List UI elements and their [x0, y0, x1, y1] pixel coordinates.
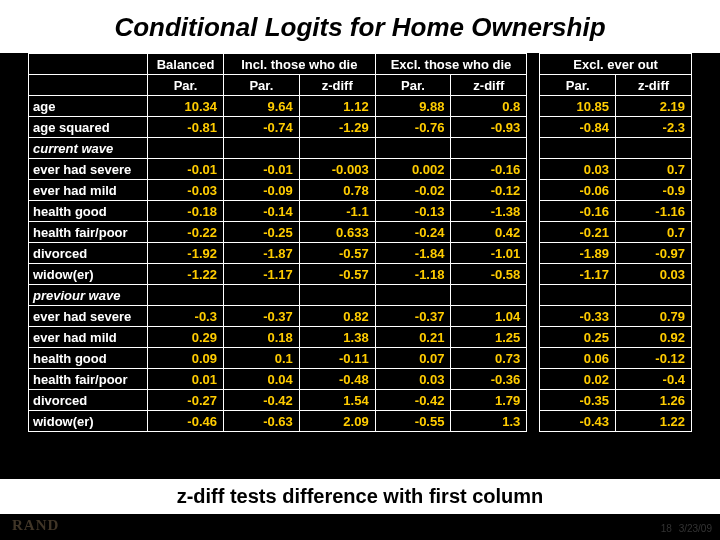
cell-value: -0.46	[148, 411, 224, 432]
cell-value: 1.22	[616, 411, 692, 432]
cell-value: 2.09	[299, 411, 375, 432]
slide-title: Conditional Logits for Home Ownership	[0, 0, 720, 53]
cell-value	[375, 285, 451, 306]
cell-value: 2.19	[616, 96, 692, 117]
brand-logo: RAND	[12, 517, 59, 534]
cell-value: -1.22	[148, 264, 224, 285]
footer-meta: 18 3/23/09	[657, 523, 712, 534]
cell-value: -0.48	[299, 369, 375, 390]
cell-value: -0.42	[375, 390, 451, 411]
cell-value: -0.35	[540, 390, 616, 411]
cell-spacer	[527, 222, 540, 243]
cell-value: 10.85	[540, 96, 616, 117]
cell-value: -0.09	[223, 180, 299, 201]
cell-value: -1.16	[616, 201, 692, 222]
table-row: health good-0.18-0.14-1.1-0.13-1.38-0.16…	[29, 201, 692, 222]
cell-value: 0.18	[223, 327, 299, 348]
subhead-zdiff: z-diff	[299, 75, 375, 96]
cell-value	[540, 285, 616, 306]
table-row: age squared-0.81-0.74-1.29-0.76-0.93-0.8…	[29, 117, 692, 138]
cell-value: -0.18	[148, 201, 224, 222]
cell-value: 0.002	[375, 159, 451, 180]
cell-value: -0.22	[148, 222, 224, 243]
table-row: ever had mild-0.03-0.090.78-0.02-0.12-0.…	[29, 180, 692, 201]
cell-value: 0.7	[616, 159, 692, 180]
cell-value: -0.33	[540, 306, 616, 327]
row-label: health good	[29, 201, 148, 222]
cell-spacer	[527, 327, 540, 348]
row-label: current wave	[29, 138, 148, 159]
cell-value	[451, 285, 527, 306]
table-body: age10.349.641.129.880.810.852.19age squa…	[29, 96, 692, 432]
cell-value: -0.74	[223, 117, 299, 138]
cell-value: -0.25	[223, 222, 299, 243]
page-number: 18	[661, 523, 672, 534]
cell-value: 0.8	[451, 96, 527, 117]
row-label: age squared	[29, 117, 148, 138]
cell-value: -1.17	[540, 264, 616, 285]
cell-value: 0.03	[616, 264, 692, 285]
cell-value: 0.07	[375, 348, 451, 369]
cell-value: -0.37	[375, 306, 451, 327]
row-label: ever had mild	[29, 327, 148, 348]
row-label: widow(er)	[29, 264, 148, 285]
cell-value	[616, 138, 692, 159]
cell-value	[299, 285, 375, 306]
cell-value: -0.24	[375, 222, 451, 243]
cell-value	[148, 285, 224, 306]
cell-value: -0.42	[223, 390, 299, 411]
cell-spacer	[527, 306, 540, 327]
subhead-par: Par.	[375, 75, 451, 96]
table-row: divorced-0.27-0.421.54-0.421.79-0.351.26	[29, 390, 692, 411]
col-excl-everout: Excl. ever out	[540, 54, 692, 75]
cell-value: -0.01	[223, 159, 299, 180]
table-row: widow(er)-0.46-0.632.09-0.551.3-0.431.22	[29, 411, 692, 432]
cell-value: -1.84	[375, 243, 451, 264]
col-incl-die: Incl. those who die	[223, 54, 375, 75]
row-label: health fair/poor	[29, 222, 148, 243]
cell-spacer	[527, 264, 540, 285]
cell-spacer	[527, 243, 540, 264]
table-row: divorced-1.92-1.87-0.57-1.84-1.01-1.89-0…	[29, 243, 692, 264]
cell-value: 1.3	[451, 411, 527, 432]
cell-value: -0.55	[375, 411, 451, 432]
cell-spacer	[527, 285, 540, 306]
subhead-spacer	[527, 75, 540, 96]
table-row: previour wave	[29, 285, 692, 306]
row-label: ever had mild	[29, 180, 148, 201]
row-label: health fair/poor	[29, 369, 148, 390]
cell-value: 0.03	[540, 159, 616, 180]
row-label: health good	[29, 348, 148, 369]
table-row: health fair/poor0.010.04-0.480.03-0.360.…	[29, 369, 692, 390]
cell-value: 9.64	[223, 96, 299, 117]
col-blank	[29, 54, 148, 75]
cell-value: 1.54	[299, 390, 375, 411]
cell-value: -0.13	[375, 201, 451, 222]
cell-value: 0.633	[299, 222, 375, 243]
subhead-par: Par.	[148, 75, 224, 96]
table-row: current wave	[29, 138, 692, 159]
cell-value: 0.01	[148, 369, 224, 390]
subhead-zdiff: z-diff	[616, 75, 692, 96]
cell-value: 0.92	[616, 327, 692, 348]
caption: z-diff tests difference with first colum…	[0, 479, 720, 514]
logit-table: Balanced Incl. those who die Excl. those…	[28, 53, 692, 432]
cell-value: -0.16	[451, 159, 527, 180]
cell-value: -0.36	[451, 369, 527, 390]
table-row: age10.349.641.129.880.810.852.19	[29, 96, 692, 117]
cell-value: -0.9	[616, 180, 692, 201]
cell-value	[299, 138, 375, 159]
cell-value	[375, 138, 451, 159]
cell-value	[223, 285, 299, 306]
cell-value: 1.26	[616, 390, 692, 411]
cell-value: 10.34	[148, 96, 224, 117]
table-row: health fair/poor-0.22-0.250.633-0.240.42…	[29, 222, 692, 243]
cell-value: -0.06	[540, 180, 616, 201]
table-row: widow(er)-1.22-1.17-0.57-1.18-0.58-1.170…	[29, 264, 692, 285]
cell-value: 0.09	[148, 348, 224, 369]
cell-value: 1.12	[299, 96, 375, 117]
cell-value: -0.12	[616, 348, 692, 369]
cell-value: -1.87	[223, 243, 299, 264]
row-label: previour wave	[29, 285, 148, 306]
cell-value: 0.06	[540, 348, 616, 369]
